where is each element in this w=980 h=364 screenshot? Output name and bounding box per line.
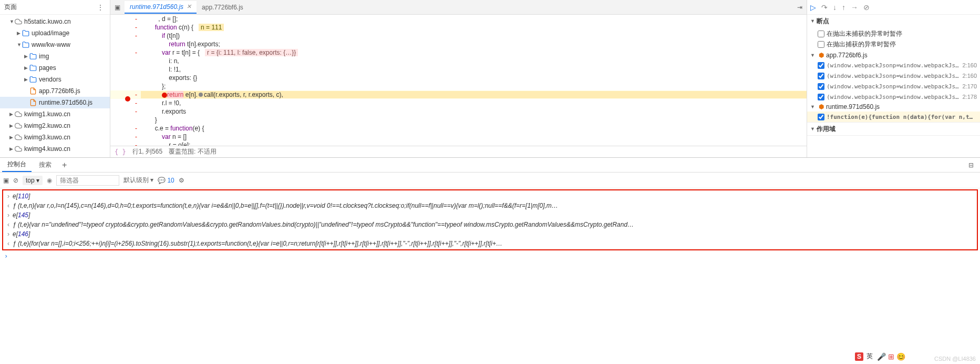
cloud-icon xyxy=(15,122,22,129)
tree-item[interactable]: runtime.971d560.js xyxy=(0,97,110,108)
toggle-navigator-icon[interactable]: ▣ xyxy=(110,4,125,11)
tree-item[interactable]: app.7726bf6.js xyxy=(0,85,110,97)
editor-tab[interactable]: runtime.971d560.js✕ xyxy=(125,1,197,14)
console-output: ›e[110]‹ƒ (t,e,n){var r,o,l=n(145),c=n(1… xyxy=(2,189,978,250)
tab-search[interactable]: 搜索 xyxy=(34,158,57,171)
editor-tabs: ▣ runtime.971d560.js✕app.7726bf6.js ⇥ xyxy=(110,0,807,15)
log-level-selector[interactable]: 默认级别 ▾ xyxy=(123,176,153,185)
live-expression-icon[interactable]: ◉ xyxy=(47,177,52,184)
editor-status-bar: { } 行1, 列565 覆盖范围: 不适用 xyxy=(110,146,807,157)
resume-icon[interactable]: ▷ xyxy=(810,3,816,12)
tree-item[interactable]: ▶img xyxy=(0,50,110,62)
issues-count[interactable]: 💬 10 xyxy=(158,177,174,184)
tree-item[interactable]: ▶kwimg1.kuwo.cn xyxy=(0,108,110,120)
console-line: ›e[145] xyxy=(3,210,977,220)
pretty-print-icon[interactable]: { } xyxy=(115,148,126,156)
folder-icon xyxy=(29,53,37,60)
tree-item[interactable]: ▶upload/image xyxy=(0,27,110,39)
step-into-icon[interactable]: ↓ xyxy=(833,3,837,12)
file-tree-sidebar: 页面 ⋮ ▼h5static.kuwo.cn▶upload/image▼www/… xyxy=(0,0,110,157)
folder-icon xyxy=(22,29,29,37)
tree-item[interactable]: ▼h5static.kuwo.cn xyxy=(0,16,110,27)
console-line: ‹ƒ (t,e){var n="undefined"!=typeof crypt… xyxy=(3,220,977,229)
breakpoint-item[interactable]: !function(e){function n(data){for(var n,… xyxy=(807,112,980,122)
coverage-status: 覆盖范围: 不适用 xyxy=(169,147,216,156)
cloud-icon xyxy=(15,18,22,25)
breakpoint-item[interactable]: (window.webpackJsonp=window.webpackJs…2:… xyxy=(807,60,980,70)
console-line: ›e[146] xyxy=(3,229,977,239)
console-toolbar: ▣ ⊘ top ▾ ◉ 默认级别 ▾ 💬 10 ⚙ xyxy=(0,173,980,188)
breakpoint-file[interactable]: ▼⬢ runtime.971d560.js xyxy=(807,102,980,112)
tree-item[interactable]: ▶kwimg2.kuwo.cn xyxy=(0,120,110,132)
deactivate-breakpoints-icon[interactable]: ⊘ xyxy=(863,3,870,12)
tree-item[interactable]: ▶kwimg4.kuwo.cn xyxy=(0,143,110,155)
settings-icon[interactable]: ⚙ xyxy=(179,177,184,184)
debugger-panel: ▷ ↷ ↓ ↑ → ⊘ ▼ 断点 在抛出未捕获的异常时暂停 在抛出捕获的异常时暂… xyxy=(807,0,980,157)
scope-header[interactable]: ▼ 作用域 xyxy=(807,123,980,135)
code-editor[interactable]: - , d = [];- function c(n) { n = 111- if… xyxy=(110,15,807,146)
close-icon[interactable]: ✕ xyxy=(187,3,191,10)
context-selector[interactable]: top ▾ xyxy=(23,176,43,185)
folder-icon xyxy=(29,76,37,83)
more-tabs-icon[interactable]: ⇥ xyxy=(793,4,807,11)
console-line: ‹ƒ (t,e){for(var n=[],i=0;i<256;++i)n[i]… xyxy=(3,239,977,248)
toggle-sidebar-icon[interactable]: ▣ xyxy=(3,177,9,184)
file-tree: ▼h5static.kuwo.cn▶upload/image▼www/kw-ww… xyxy=(0,15,110,157)
breakpoint-item[interactable]: (window.webpackJsonp=window.webpackJs…2:… xyxy=(807,70,980,81)
tab-console[interactable]: 控制台 xyxy=(2,158,32,172)
step-out-icon[interactable]: ↑ xyxy=(842,3,845,12)
add-tab-icon[interactable]: + xyxy=(59,160,70,170)
step-over-icon[interactable]: ↷ xyxy=(821,3,828,12)
clear-console-icon[interactable]: ⊘ xyxy=(13,177,18,184)
tree-item[interactable]: ▶kwimg3.kuwo.cn xyxy=(0,132,110,143)
folder-icon xyxy=(29,64,37,72)
code-panel: ▣ runtime.971d560.js✕app.7726bf6.js ⇥ - … xyxy=(110,0,807,157)
console-line: ›e[110] xyxy=(3,191,977,201)
folder-icon xyxy=(22,41,29,48)
tree-item[interactable]: ▶vendors xyxy=(0,74,110,85)
breakpoint-item[interactable]: (window.webpackJsonp=window.webpackJs…2:… xyxy=(807,92,980,102)
cloud-icon xyxy=(15,110,22,118)
pause-caught-checkbox[interactable]: 在抛出捕获的异常时暂停 xyxy=(807,39,980,49)
sidebar-title: 页面 xyxy=(4,3,95,12)
cursor-position: 行1, 列565 xyxy=(132,147,162,156)
more-icon[interactable]: ⋮ xyxy=(95,4,106,11)
console-line: ‹ƒ (t,e,n){var r,o,l=n(145),c=n(146),d=0… xyxy=(3,201,977,210)
file-icon xyxy=(29,87,37,95)
cloud-icon xyxy=(15,145,22,153)
debug-toolbar: ▷ ↷ ↓ ↑ → ⊘ xyxy=(807,0,980,15)
breakpoint-item[interactable]: (window.webpackJsonp=window.webpackJs…2:… xyxy=(807,81,980,92)
breakpoint-file[interactable]: ▼⬢ app.7726bf6.js xyxy=(807,50,980,60)
editor-tab[interactable]: app.7726bf6.js xyxy=(197,1,249,14)
console-prompt[interactable]: › xyxy=(0,251,980,261)
file-icon xyxy=(29,99,37,106)
console-panel: 控制台 搜索 + ⊟ ▣ ⊘ top ▾ ◉ 默认级别 ▾ 💬 10 ⚙ ›e[… xyxy=(0,158,980,261)
tree-item[interactable]: ▶pages xyxy=(0,62,110,74)
filter-input[interactable] xyxy=(56,175,119,186)
tree-item[interactable]: ▼www/kw-www xyxy=(0,39,110,50)
dock-icon[interactable]: ⊟ xyxy=(964,161,978,169)
cloud-icon xyxy=(15,134,22,141)
pause-uncaught-checkbox[interactable]: 在抛出未捕获的异常时暂停 xyxy=(807,28,980,39)
breakpoints-header[interactable]: ▼ 断点 xyxy=(807,15,980,27)
console-tabs: 控制台 搜索 + ⊟ xyxy=(0,158,980,173)
step-icon[interactable]: → xyxy=(851,3,858,12)
